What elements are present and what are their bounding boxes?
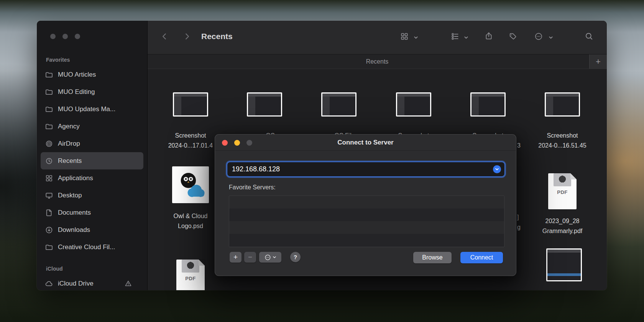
- sidebar-item-agency[interactable]: Agency: [41, 118, 143, 135]
- icon-view-button[interactable]: [400, 32, 409, 41]
- folder-icon: [45, 105, 54, 113]
- new-tab-button[interactable]: +: [589, 54, 607, 69]
- file-name-line2: Logo.psd: [158, 221, 223, 231]
- connect-to-server-dialog: Connect to Server Favorite Servers: + − …: [215, 134, 516, 276]
- minimize-window-button[interactable]: [62, 34, 68, 39]
- file-thumbnail: [545, 92, 580, 117]
- finder-sidebar: Favorites MUO Articles MUO Editing MUO U…: [37, 21, 148, 290]
- help-button[interactable]: ?: [290, 252, 301, 262]
- group-view-button[interactable]: [451, 32, 459, 41]
- sidebar-item-label: Documents: [58, 209, 91, 217]
- finder-toolbar: Recents: [148, 21, 607, 54]
- file-item[interactable]: Screenshot: [381, 92, 446, 141]
- file-name-line1: Owl & Cloud: [158, 211, 223, 221]
- tag-icon[interactable]: [509, 32, 517, 41]
- file-item[interactable]: [546, 248, 582, 281]
- sidebar-item-label: Creative Cloud Fil...: [58, 243, 115, 251]
- warning-icon: [125, 280, 132, 287]
- sidebar-section-favorites: Favorites: [37, 54, 147, 66]
- file-item[interactable]: Screenshot2024-0...16.51.45: [530, 92, 595, 151]
- file-name-fragment: g: [517, 222, 521, 232]
- cloud-icon: [45, 279, 54, 288]
- sidebar-item-label: Downloads: [58, 226, 90, 234]
- file-name-fragment: 3: [517, 141, 521, 151]
- file-name-line2: Grammarly.pdf: [530, 226, 595, 236]
- folder-icon: [45, 243, 54, 251]
- remove-server-button[interactable]: −: [244, 252, 256, 263]
- chevron-down-icon[interactable]: [549, 35, 553, 40]
- favorite-servers-list[interactable]: [229, 196, 504, 247]
- sidebar-item-airdrop[interactable]: AirDrop: [41, 135, 143, 152]
- minimize-dialog-button[interactable]: [234, 140, 240, 146]
- sidebar-item-label: Agency: [58, 123, 80, 130]
- file-item[interactable]: PDF 2023_09_28Grammarly.pdf: [530, 167, 595, 236]
- window-title: Recents: [201, 32, 233, 41]
- dialog-title: Connect to Server: [337, 139, 393, 146]
- file-item[interactable]: Screenshot: [455, 92, 521, 141]
- sidebar-item-icloud-drive[interactable]: iCloud Drive: [41, 275, 143, 290]
- file-thumbnail: [321, 92, 356, 117]
- sidebar-content: Favorites MUO Articles MUO Editing MUO U…: [37, 54, 147, 290]
- airdrop-icon: [45, 140, 54, 148]
- file-item[interactable]: macOS File: [306, 92, 371, 141]
- dialog-button-row: + − ? Browse Connect: [215, 252, 516, 264]
- file-name-fragment: ]: [517, 212, 519, 222]
- file-name-line1: Screenshot: [530, 131, 595, 141]
- pdf-file-icon: PDF: [548, 173, 577, 209]
- search-icon[interactable]: [585, 32, 593, 41]
- pdf-badge: PDF: [176, 276, 205, 281]
- connect-button[interactable]: Connect: [460, 252, 503, 263]
- clock-icon: [45, 157, 54, 165]
- favorite-servers-label: Favorite Servers:: [229, 184, 276, 191]
- zoom-dialog-button: [246, 140, 252, 146]
- sidebar-item-desktop[interactable]: Desktop: [41, 187, 143, 204]
- sidebar-item-applications[interactable]: Applications: [41, 169, 143, 187]
- forward-button[interactable]: [183, 32, 191, 41]
- sidebar-section-icloud: iCloud: [37, 263, 147, 275]
- share-icon[interactable]: [485, 32, 493, 40]
- pathbar-location-label: Recents: [366, 58, 389, 65]
- sidebar-item-label: MUO Articles: [58, 71, 96, 79]
- add-server-button[interactable]: +: [230, 252, 242, 263]
- sidebar-item-creative-cloud[interactable]: Creative Cloud Fil...: [41, 238, 143, 256]
- sidebar-item-downloads[interactable]: Downloads: [41, 221, 143, 238]
- pdf-badge: PDF: [548, 189, 577, 195]
- zoom-window-button[interactable]: [75, 34, 80, 39]
- chevron-down-icon[interactable]: [414, 35, 418, 40]
- back-button[interactable]: [160, 32, 169, 41]
- pdf-preview-art: [554, 173, 571, 186]
- sidebar-item-muo-editing[interactable]: MUO Editing: [41, 83, 143, 100]
- sidebar-item-muo-updates[interactable]: MUO Updates Ma...: [41, 100, 143, 118]
- sidebar-item-label: Applications: [58, 174, 93, 182]
- server-address-input[interactable]: [227, 162, 493, 176]
- sidebar-item-label: Desktop: [58, 192, 82, 199]
- sidebar-item-label: MUO Editing: [58, 88, 95, 96]
- server-address-field: [227, 162, 504, 176]
- file-name-line2: 2024-0...17.01.4: [158, 141, 223, 151]
- sidebar-item-label: MUO Updates Ma...: [58, 105, 115, 113]
- file-item[interactable]: PDF: [158, 253, 223, 290]
- browse-button[interactable]: Browse: [413, 252, 452, 263]
- dialog-titlebar[interactable]: Connect to Server: [215, 135, 516, 151]
- file-item[interactable]: macOS: [232, 92, 297, 141]
- folder-icon: [45, 122, 54, 131]
- server-actions-button[interactable]: [259, 252, 281, 263]
- document-icon: [45, 209, 54, 217]
- pdf-file-icon: PDF: [176, 260, 205, 290]
- desktop-icon: [45, 191, 54, 200]
- more-options-button[interactable]: [534, 32, 543, 41]
- sidebar-item-muo-articles[interactable]: MUO Articles: [41, 66, 143, 83]
- file-name-line1: Screenshot: [158, 131, 223, 141]
- file-thumbnail: [172, 166, 209, 203]
- chevron-down-icon[interactable]: [464, 35, 468, 40]
- download-icon: [45, 226, 54, 234]
- sidebar-item-documents[interactable]: Documents: [41, 204, 143, 221]
- file-item[interactable]: Owl & CloudLogo.psd: [158, 166, 223, 231]
- sidebar-item-recents[interactable]: Recents: [41, 152, 143, 169]
- file-item[interactable]: Screenshot2024-0...17.01.4: [158, 92, 223, 151]
- app-grid-icon: [45, 174, 54, 182]
- address-dropdown-button[interactable]: [493, 165, 501, 173]
- sidebar-item-label: iCloud Drive: [58, 280, 94, 288]
- close-window-button[interactable]: [50, 34, 56, 39]
- close-dialog-button[interactable]: [222, 140, 228, 146]
